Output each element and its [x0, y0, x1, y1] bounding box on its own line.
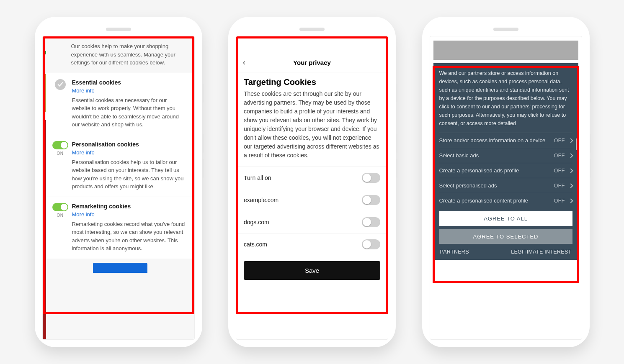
item-state: OFF — [554, 137, 565, 144]
toggle-state-label: ON — [57, 213, 64, 218]
cookie-section-personalisation: ON Personalisation cookies More info Per… — [46, 135, 194, 197]
consent-intro-text: We and our partners store or access info… — [439, 69, 572, 128]
section-title: Essential cookies — [72, 79, 186, 86]
header-title: Your privacy — [236, 59, 388, 66]
item-state: OFF — [554, 197, 565, 204]
item-state: OFF — [554, 152, 565, 159]
domain-row: cats.com — [236, 233, 388, 255]
row-label: example.com — [244, 197, 278, 203]
phone-speaker — [106, 28, 131, 31]
cookie-intro-text: Our cookies help to make your shopping e… — [46, 36, 194, 73]
domain-row: example.com — [236, 189, 388, 211]
scrollbar[interactable] — [576, 138, 578, 150]
section-desc: Personalisation cookies help us to tailo… — [72, 158, 186, 191]
toggle-on[interactable] — [52, 141, 68, 149]
item-label: Create a personalised ads profile — [439, 167, 519, 174]
legitimate-interest-link[interactable]: LEGITIMATE INTEREST — [511, 249, 571, 255]
section-title: Remarketing cookies — [72, 203, 186, 210]
consent-item[interactable]: Create a personalised ads profile OFF — [439, 163, 572, 178]
chevron-right-icon — [568, 168, 573, 173]
partners-link[interactable]: PARTNERS — [440, 249, 469, 255]
cookie-section-remarketing: ON Remarketing cookies More info Remarke… — [46, 197, 194, 259]
phone-side-button — [202, 159, 204, 178]
phone-speaker — [493, 28, 518, 31]
phone-side-button — [590, 84, 591, 103]
phone-side-button — [590, 159, 591, 178]
item-label: Store and/or access information on a dev… — [439, 137, 546, 144]
item-label: Create a personalised content profile — [439, 197, 528, 204]
chevron-right-icon — [568, 138, 573, 143]
status-bar-spacer — [236, 36, 388, 53]
toggle-state-label: ON — [57, 151, 64, 156]
row-label: dogs.com — [244, 219, 269, 226]
phone-side-button — [590, 134, 591, 153]
cookie-section-essential: Essential cookies More info Essential co… — [46, 73, 194, 135]
chevron-right-icon — [568, 198, 573, 203]
phone-side-button — [202, 84, 204, 103]
phone-side-button — [202, 134, 204, 153]
page-heading: Targeting Cookies — [236, 72, 388, 90]
chevron-right-icon — [568, 153, 573, 158]
turn-all-on-row: Turn all on — [236, 167, 388, 189]
page-header-bar — [433, 41, 578, 60]
screen: Our cookies help to make your shopping e… — [42, 36, 195, 340]
item-label: Select personalised ads — [439, 182, 497, 189]
consent-dialog: We and our partners store or access info… — [433, 63, 578, 260]
row-label: Turn all on — [244, 174, 271, 181]
section-desc: Essential cookies are necessary for our … — [72, 96, 186, 129]
phone-mockup-3: We and our partners store or access info… — [422, 17, 590, 347]
toggle-off[interactable] — [362, 239, 380, 249]
consent-footer: PARTNERS LEGITIMATE INTEREST — [439, 244, 572, 256]
consent-item[interactable]: Select personalised ads OFF — [439, 178, 572, 193]
section-title: Personalisation cookies — [72, 141, 186, 148]
chevron-right-icon — [568, 183, 573, 188]
agree-to-all-button[interactable]: AGREE TO ALL — [439, 211, 572, 226]
section-desc: Remarketing cookies record what you've f… — [72, 220, 186, 253]
toggle-off[interactable] — [362, 195, 380, 205]
more-info-link[interactable]: More info — [72, 211, 186, 218]
consent-item[interactable]: Store and/or access information on a dev… — [439, 133, 572, 148]
more-info-link[interactable]: More info — [72, 149, 186, 156]
toggle-off[interactable] — [362, 217, 380, 227]
modal-header: ‹ Your privacy — [236, 53, 388, 72]
toggle-on[interactable] — [52, 203, 68, 211]
save-button[interactable]: Save — [244, 261, 380, 280]
toggle-off[interactable] — [362, 173, 380, 183]
screen: We and our partners store or access info… — [430, 36, 582, 340]
item-state: OFF — [554, 167, 565, 174]
phone-speaker — [299, 28, 325, 31]
check-circle-icon — [55, 79, 66, 90]
row-label: cats.com — [244, 241, 267, 248]
agree-to-selected-button[interactable]: AGREE TO SELECTED — [439, 229, 572, 244]
phone-side-button — [396, 159, 397, 178]
screen: ‹ Your privacy Targeting Cookies These c… — [236, 36, 388, 340]
phone-side-button — [396, 134, 397, 153]
item-state: OFF — [554, 182, 565, 189]
phone-side-button — [396, 84, 397, 103]
more-info-link[interactable]: More info — [72, 87, 186, 94]
phone-mockup-2: ‹ Your privacy Targeting Cookies These c… — [228, 17, 396, 347]
page-paragraph: These cookies are set through our site b… — [236, 90, 388, 167]
domain-row: dogs.com — [236, 211, 388, 233]
item-label: Select basic ads — [439, 152, 479, 159]
save-button-partial[interactable] — [93, 263, 147, 273]
consent-item[interactable]: Select basic ads OFF — [439, 148, 572, 163]
phone-mockup-1: Our cookies help to make your shopping e… — [35, 17, 202, 347]
consent-item[interactable]: Create a personalised content profile OF… — [439, 193, 572, 208]
